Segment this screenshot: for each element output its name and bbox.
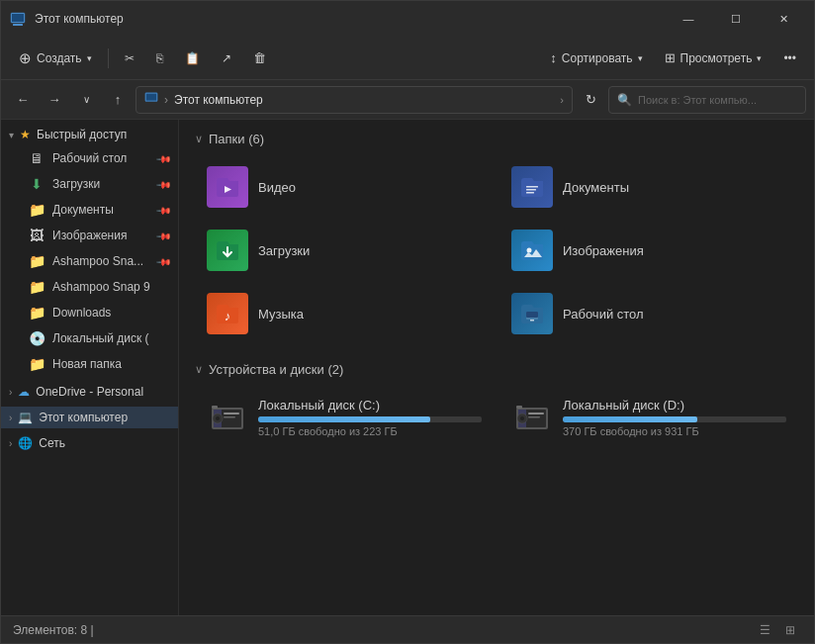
maximize-button[interactable]: ☐ xyxy=(713,3,759,35)
sidebar-item-ashampoo1[interactable]: 📁 Ashampoo Sna... 📌 xyxy=(1,248,178,274)
svg-point-18 xyxy=(216,416,220,420)
list-view-button[interactable]: ☰ xyxy=(753,619,776,641)
folder-item-video[interactable]: Видео xyxy=(195,158,494,216)
search-icon: 🔍 xyxy=(617,93,632,107)
sidebar-item-documents[interactable]: 📁 Документы 📌 xyxy=(1,197,178,223)
downloads-icon: ⬇ xyxy=(29,176,45,192)
view-button[interactable]: ⊞ Просмотреть ▾ xyxy=(655,43,772,74)
drive-c-bar xyxy=(258,416,430,422)
drives-grid: Локальный диск (C:) 51,0 ГБ свободно из … xyxy=(195,389,798,446)
sort-chevron-icon: ▾ xyxy=(638,53,643,63)
main-area: ▾ ★ Быстрый доступ 🖥 Рабочий стол 📌 ⬇ За… xyxy=(1,120,814,615)
folder-item-music[interactable]: ♪ Музыка xyxy=(195,285,494,342)
window: Этот компьютер — ☐ ✕ ⊕ Создать ▾ ✂ ⎘ 📋 ↗… xyxy=(0,0,815,644)
sidebar-item-images[interactable]: 🖼 Изображения 📌 xyxy=(1,223,178,248)
view-chevron-icon: ▾ xyxy=(757,53,762,63)
local-disk-icon: 💿 xyxy=(29,330,45,346)
copy-icon: ⎘ xyxy=(156,51,163,65)
drive-item-d[interactable]: Локальный диск (D:) 370 ГБ свободно из 9… xyxy=(499,389,798,446)
forward-button[interactable]: → xyxy=(41,86,68,114)
network-icon: 🌐 xyxy=(18,436,33,450)
recent-button[interactable]: ∨ xyxy=(72,86,100,114)
svg-rect-2 xyxy=(12,14,24,22)
svg-rect-28 xyxy=(528,416,540,418)
drives-section-title: ∨ Устройства и диски (2) xyxy=(195,362,798,377)
svg-text:♪: ♪ xyxy=(225,309,231,323)
music-folder-icon: ♪ xyxy=(207,293,248,334)
title-bar: Этот компьютер — ☐ ✕ xyxy=(1,1,814,37)
status-text: Элементов: 8 | xyxy=(13,623,753,637)
expand-onedrive-icon: › xyxy=(9,387,12,398)
create-button[interactable]: ⊕ Создать ▾ xyxy=(9,43,102,74)
window-title: Этот компьютер xyxy=(35,12,666,26)
pin-downloads-icon: 📌 xyxy=(156,176,172,192)
svg-point-26 xyxy=(520,416,524,420)
cut-button[interactable]: ✂ xyxy=(115,43,144,74)
folder-item-documents[interactable]: Документы xyxy=(499,158,798,216)
computer-icon: 💻 xyxy=(18,411,33,424)
images-folder-icon xyxy=(511,230,553,271)
folder-item-downloads[interactable]: Загрузки xyxy=(195,222,494,279)
paste-icon: 📋 xyxy=(185,51,200,65)
sidebar-this-pc-header[interactable]: › 💻 Этот компьютер xyxy=(1,407,178,428)
folders-section-title: ∨ Папки (6) xyxy=(195,132,798,146)
svg-rect-4 xyxy=(146,94,157,101)
copy-button[interactable]: ⎘ xyxy=(146,43,173,74)
svg-rect-1 xyxy=(13,24,23,26)
folder-item-desktop[interactable]: Рабочий стол xyxy=(499,285,798,342)
address-path: Этот компьютер xyxy=(174,93,554,107)
more-button[interactable]: ••• xyxy=(773,43,806,74)
sidebar-item-downloads[interactable]: ⬇ Загрузки 📌 xyxy=(1,171,178,197)
drive-d-icon xyxy=(511,397,553,438)
sidebar-documents-label: Документы xyxy=(52,203,150,217)
cloud-icon: ☁ xyxy=(18,385,30,399)
sidebar-item-downloads-folder[interactable]: 📁 Downloads xyxy=(1,300,178,325)
address-input[interactable]: › Этот компьютер › xyxy=(136,86,573,114)
this-pc-label: Этот компьютер xyxy=(39,411,128,424)
sidebar-quick-access-header[interactable]: ▾ ★ Быстрый доступ xyxy=(1,124,178,145)
sort-button[interactable]: ↕ Сортировать ▾ xyxy=(540,43,652,74)
sidebar: ▾ ★ Быстрый доступ 🖥 Рабочий стол 📌 ⬇ За… xyxy=(1,120,179,615)
sidebar-item-new-folder[interactable]: 📁 Новая папка xyxy=(1,351,178,377)
sidebar-item-local-disk[interactable]: 💿 Локальный диск ( xyxy=(1,325,178,351)
plus-icon: ⊕ xyxy=(19,49,32,67)
sidebar-network-header[interactable]: › 🌐 Сеть xyxy=(1,432,178,454)
sidebar-onedrive-header[interactable]: › ☁ OneDrive - Personal xyxy=(1,381,178,403)
content-area: ∨ Папки (6) Видео xyxy=(179,120,814,615)
folder-item-images[interactable]: Изображения xyxy=(499,222,798,279)
drive-d-free: 370 ГБ свободно из 931 ГБ xyxy=(563,425,786,437)
refresh-button[interactable]: ↻ xyxy=(577,86,604,114)
path-icon xyxy=(144,91,158,108)
grid-view-button[interactable]: ⊞ xyxy=(778,619,802,641)
paste-button[interactable]: 📋 xyxy=(175,43,210,74)
sidebar-ashampoo1-label: Ashampoo Sna... xyxy=(52,254,150,268)
sidebar-local-disk-label: Локальный диск ( xyxy=(52,331,170,345)
sidebar-item-ashampoo2[interactable]: 📁 Ashampoo Snap 9 xyxy=(1,274,178,300)
svg-rect-7 xyxy=(526,189,536,191)
sidebar-item-desktop[interactable]: 🖥 Рабочий стол 📌 xyxy=(1,145,178,171)
search-placeholder: Поиск в: Этот компью... xyxy=(638,94,757,106)
svg-rect-19 xyxy=(224,413,239,414)
pin-documents-icon: 📌 xyxy=(156,202,172,218)
share-button[interactable]: ↗ xyxy=(212,43,241,74)
drive-d-name: Локальный диск (D:) xyxy=(563,398,786,413)
ashampoo1-icon: 📁 xyxy=(29,253,45,269)
sidebar-section-onedrive: › ☁ OneDrive - Personal xyxy=(1,381,178,403)
expand-quick-access-icon: ▾ xyxy=(9,130,14,140)
close-button[interactable]: ✕ xyxy=(761,3,806,35)
documents-folder-label: Документы xyxy=(563,180,629,195)
sidebar-downloads-label: Загрузки xyxy=(52,177,150,191)
drives-chevron-icon: ∨ xyxy=(195,363,203,376)
delete-button[interactable]: 🗑 xyxy=(243,43,276,74)
desktop-folder-icon xyxy=(511,293,553,334)
svg-rect-27 xyxy=(528,413,544,414)
sidebar-downloads-folder-label: Downloads xyxy=(52,306,170,320)
drive-item-c[interactable]: Локальный диск (C:) 51,0 ГБ свободно из … xyxy=(195,389,494,446)
address-bar: ← → ∨ ↑ › Этот компьютер › ↻ 🔍 Поиск в: … xyxy=(1,80,814,120)
minimize-button[interactable]: — xyxy=(666,3,711,35)
svg-rect-13 xyxy=(530,320,534,322)
back-button[interactable]: ← xyxy=(9,86,37,114)
search-box[interactable]: 🔍 Поиск в: Этот компью... xyxy=(608,86,806,114)
up-button[interactable]: ↑ xyxy=(104,86,132,114)
drive-c-info: Локальный диск (C:) 51,0 ГБ свободно из … xyxy=(258,398,482,437)
